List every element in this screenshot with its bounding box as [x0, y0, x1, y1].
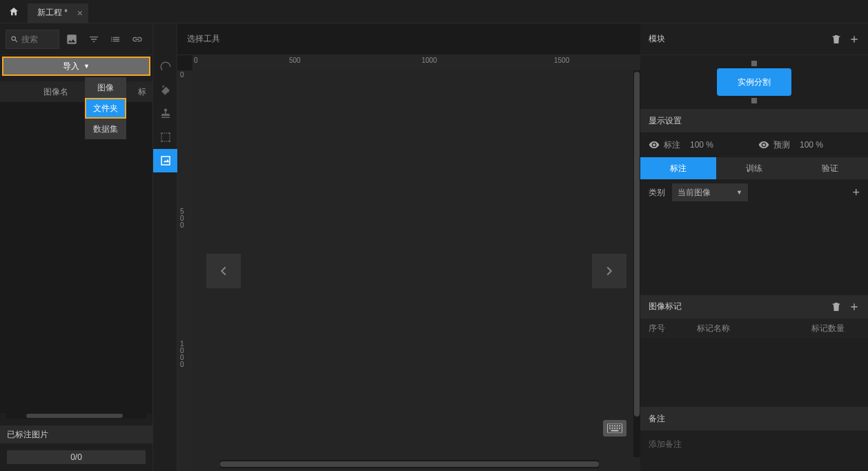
svg-rect-3 [614, 425, 615, 427]
marks-list-body [640, 338, 868, 407]
search-input[interactable] [21, 34, 55, 44]
display-settings-title: 显示设置 [640, 109, 868, 132]
module-title: 模块 [649, 33, 665, 45]
eye-icon[interactable] [649, 139, 660, 150]
tab-label[interactable]: 标注 [640, 157, 716, 179]
col-label: 标 [132, 86, 152, 98]
svg-rect-5 [619, 425, 620, 427]
chevron-down-icon: ▼ [83, 63, 90, 70]
chevron-down-icon: ▼ [736, 189, 742, 196]
canvas-header: 选择工具 [177, 23, 640, 55]
tool-lasso[interactable] [153, 55, 178, 79]
list-icon[interactable] [106, 30, 126, 49]
prev-image-button[interactable] [206, 254, 241, 288]
ruler-horizontal: 0 500 1000 1500 [193, 55, 640, 70]
eye-icon[interactable] [758, 139, 769, 150]
import-label: 导入 [63, 61, 79, 72]
marks-panel-header: 图像标记 [640, 295, 868, 319]
svg-rect-8 [614, 428, 615, 429]
svg-rect-2 [612, 425, 613, 427]
svg-rect-1 [609, 425, 611, 427]
left-sidebar: 导入 ▼ 图像 文件夹 数据集 图像名 组 标 已标注图片 0/0 [0, 23, 152, 471]
vis-label-text: 标注 [664, 139, 680, 151]
keyboard-icon[interactable] [603, 420, 627, 437]
vis-label-pct: 100 % [690, 140, 713, 150]
col-name: 标记名称 [697, 323, 811, 334]
project-tab[interactable]: 新工程 * × [28, 3, 88, 23]
right-sidebar: 模块 实例分割 显示设置 标注 100 % 预测 100 % [640, 23, 868, 471]
canvas-hscroll[interactable] [220, 460, 599, 468]
svg-rect-11 [611, 430, 619, 432]
home-button[interactable] [0, 0, 28, 23]
trash-icon[interactable] [831, 34, 842, 45]
svg-rect-7 [612, 428, 613, 429]
list-hscroll[interactable] [6, 413, 147, 419]
vis-predict-pct: 100 % [800, 140, 823, 150]
svg-rect-4 [617, 425, 618, 427]
tab-train[interactable]: 训练 [716, 157, 792, 179]
plus-icon[interactable] [849, 301, 860, 312]
import-menu-image[interactable]: 图像 [85, 77, 126, 98]
import-menu: 图像 文件夹 数据集 [85, 77, 126, 139]
plus-icon[interactable] [849, 34, 860, 45]
svg-rect-9 [617, 428, 618, 429]
search-box[interactable] [6, 30, 59, 49]
tab-verify[interactable]: 验证 [792, 157, 868, 179]
canvas-vscroll[interactable] [633, 70, 640, 457]
title-bar: 新工程 * × [0, 0, 868, 23]
col-index: 序号 [649, 323, 697, 334]
ruler-vertical: 0 500 1000 [177, 70, 193, 471]
link-icon[interactable] [128, 30, 147, 49]
chevron-right-icon [602, 263, 617, 279]
canvas-area: 选择工具 0 500 1000 1500 0 500 1000 [177, 23, 640, 471]
import-button[interactable]: 导入 ▼ 图像 文件夹 数据集 [2, 57, 150, 76]
vis-predict-text: 预测 [773, 139, 790, 151]
module-handle-top[interactable] [751, 61, 757, 66]
filter-icon[interactable] [84, 30, 103, 49]
close-icon[interactable]: × [77, 8, 83, 19]
category-list-body [640, 206, 868, 295]
module-chip[interactable]: 实例分割 [717, 68, 791, 96]
tool-strip [152, 23, 177, 471]
home-icon [8, 6, 19, 17]
marks-columns: 序号 标记名称 标记数量 [640, 319, 868, 338]
image-filter-icon[interactable] [62, 30, 81, 49]
canvas-viewport[interactable] [193, 70, 640, 471]
tool-select[interactable] [153, 149, 178, 172]
next-image-button[interactable] [592, 254, 627, 288]
add-category-button[interactable]: + [852, 186, 860, 200]
import-menu-dataset[interactable]: 数据集 [85, 119, 126, 139]
trash-icon[interactable] [831, 301, 842, 312]
labeled-section-title: 已标注图片 [0, 425, 152, 443]
tool-stamp[interactable] [153, 102, 178, 126]
module-handle-bottom[interactable] [751, 98, 757, 103]
category-dropdown[interactable]: 当前图像 ▼ [672, 183, 748, 201]
notes-input[interactable]: 添加备注 [640, 430, 868, 471]
search-icon [10, 34, 19, 44]
tool-marquee[interactable] [153, 126, 178, 149]
tool-magic-wand[interactable] [153, 79, 178, 102]
tab-label: 新工程 * [37, 7, 68, 19]
col-count: 标记数量 [811, 323, 860, 334]
svg-rect-10 [619, 428, 620, 429]
progress-bar: 0/0 [7, 450, 146, 464]
image-list-header: 图像名 组 标 [0, 81, 152, 102]
chevron-left-icon [216, 263, 231, 279]
module-panel-header: 模块 [640, 23, 868, 55]
image-list-body [0, 102, 152, 413]
category-label: 类别 [649, 187, 665, 199]
import-menu-folder[interactable]: 文件夹 [85, 98, 126, 119]
marks-title: 图像标记 [649, 301, 682, 312]
notes-title: 备注 [640, 407, 868, 430]
svg-rect-6 [609, 428, 611, 429]
